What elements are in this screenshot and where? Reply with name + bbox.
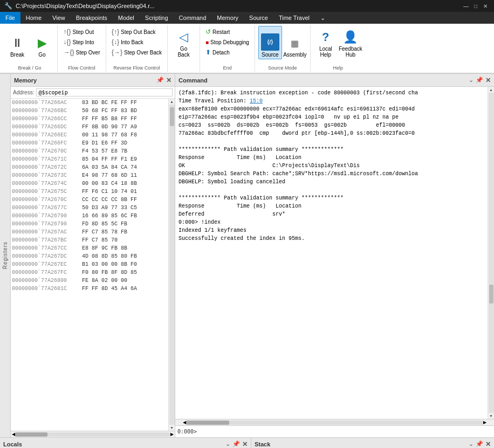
assembly-icon: ▦ (287, 36, 303, 51)
memory-row: 00000000`77A2674C 00 00 83 C4 18 8B (11, 180, 168, 188)
menu-command[interactable]: Command (174, 12, 212, 24)
locals-expand-icon[interactable]: ⌄ (225, 440, 230, 447)
stack-close-button[interactable]: ✕ (485, 440, 491, 448)
memory-close-button[interactable]: ✕ (166, 77, 171, 84)
time-travel-link[interactable]: 15:0 (250, 98, 263, 104)
minimize-button[interactable]: — (462, 2, 470, 10)
menu-source[interactable]: Source (244, 12, 273, 24)
memory-hscroll[interactable]: ◀ ▶ (11, 431, 175, 437)
ribbon: ⏸ Break ▶ Go Break / Go ↑{} Step Out (0, 24, 494, 74)
step-over-button[interactable]: →{} Step Over (61, 47, 102, 57)
memory-hscroll-thumb[interactable] (15, 432, 47, 437)
command-vscroll[interactable]: ▲ ▼ (488, 87, 494, 419)
source-mode-label: Source (262, 52, 279, 58)
locals-close-button[interactable]: ✕ (242, 440, 248, 448)
source-mode-button[interactable]: ⟨/⟩ Source (258, 26, 282, 59)
step-into-back-button[interactable]: {↓} Into Back (109, 37, 164, 47)
menu-model[interactable]: Model (113, 12, 140, 24)
stack-expand-icon[interactable]: ⌄ (469, 440, 474, 448)
step-into-icon: ↓{} (63, 38, 71, 46)
restart-button[interactable]: ↺ Restart (203, 27, 251, 37)
command-scroll-track[interactable] (489, 93, 494, 413)
memory-scroll-down-arrow[interactable]: ▼ (169, 425, 175, 431)
memory-row: 00000000`77A2671C 85 04 FF FF F1 E9 (11, 155, 168, 163)
memory-hscroll-right-arrow[interactable]: ▶ (170, 432, 174, 437)
memory-hscroll-track[interactable] (15, 432, 170, 437)
source-mode-buttons: ⟨/⟩ Source ▦ Assembly (258, 26, 307, 64)
detach-button[interactable]: ⬆ Detach (203, 47, 251, 57)
command-hscroll-thumb[interactable] (186, 421, 229, 425)
stop-debug-label: Stop Debugging (210, 39, 249, 45)
main-layout: Registers Memory 📌 ✕ Address: 00000000`7… (0, 74, 494, 437)
go-button[interactable]: ▶ Go (30, 26, 54, 59)
command-hscroll-track[interactable] (186, 421, 483, 425)
memory-row: 00000000`77A267CC E8 8F 9C FB 8B (11, 244, 168, 252)
command-close-button[interactable]: ✕ (485, 77, 491, 84)
command-scroll-down-arrow[interactable]: ▼ (488, 413, 494, 419)
go-back-button[interactable]: ◁ GoBack (172, 26, 196, 59)
memory-row: 00000000`77A2672C 6A 03 5A 84 CA 74 (11, 163, 168, 171)
command-panel-header: Command ⌄ 📌 ✕ (175, 74, 494, 87)
command-hscroll[interactable]: ◀ ▶ (175, 419, 494, 425)
ribbon-group-break-go: ⏸ Break ▶ Go Break / Go (2, 25, 58, 72)
step-over-icon: →{} (63, 49, 74, 56)
step-into-button[interactable]: ↓{} Step Into (61, 37, 102, 47)
menu-scripting[interactable]: Scripting (140, 12, 174, 24)
command-output[interactable]: (2fa8.1fdc): Break instruction exception… (175, 87, 488, 419)
menu-view[interactable]: View (47, 12, 71, 24)
command-expand-icon[interactable]: ⌄ (469, 77, 474, 84)
step-over-back-button[interactable]: {→} Step Over Back (109, 47, 164, 57)
command-scroll-up-arrow[interactable]: ▲ (488, 87, 494, 93)
step-into-back-icon: {↓} (112, 38, 119, 46)
memory-panel-header: Memory 📌 ✕ (11, 74, 175, 87)
locals-pin-icon[interactable]: 📌 (232, 440, 240, 447)
command-scroll-thumb[interactable] (489, 285, 493, 304)
memory-row: 00000000`77A267DC 4D 08 8D 85 80 FB (11, 252, 168, 260)
memory-pin-icon[interactable]: 📌 (156, 77, 164, 84)
menu-home[interactable]: Home (20, 12, 47, 24)
menu-time-travel[interactable]: Time Travel (273, 12, 315, 24)
menu-memory[interactable]: Memory (211, 12, 244, 24)
step-over-label: Step Over (76, 50, 100, 56)
assembly-mode-button[interactable]: ▦ Assembly (283, 26, 307, 59)
break-go-group-label: Break / Go (18, 65, 41, 71)
menu-file[interactable]: File (0, 12, 20, 24)
memory-row: 00000000`77A2673C E4 98 77 68 6D 11 (11, 171, 168, 180)
local-help-button[interactable]: ? LocalHelp (314, 26, 338, 59)
play-icon: ▶ (35, 36, 50, 51)
command-input[interactable] (199, 429, 492, 435)
go-label: Go (38, 52, 45, 58)
window-controls: — □ ✕ (462, 2, 490, 10)
address-input[interactable] (36, 88, 173, 97)
memory-scroll-thumb[interactable] (170, 107, 174, 126)
close-button[interactable]: ✕ (481, 2, 490, 10)
title-bar: 🔧 C:\Projects\DisplayText\Debug\DisplayG… (0, 0, 494, 12)
stack-pin-icon[interactable]: 📌 (476, 440, 483, 448)
memory-row: 00000000`77A267EC B1 03 00 00 8B F0 (11, 260, 168, 268)
end-group-label: End (223, 65, 231, 71)
feedback-hub-button[interactable]: 👤 FeedbackHub (339, 26, 362, 59)
memory-content[interactable]: 00000000`77A266AC 83 BD BC FE FF FF 0000… (11, 99, 168, 431)
step-out-back-label: Step Out Back (121, 29, 155, 35)
break-button[interactable]: ⏸ Break (5, 26, 29, 59)
memory-row: 00000000`77A266CC FF FF B5 B8 FF FF (11, 115, 168, 123)
memory-scroll-up-arrow[interactable]: ▲ (169, 99, 175, 105)
reverse-buttons: {↑} Step Out Back {↓} Into Back {→} Step… (109, 26, 164, 64)
stop-debug-button[interactable]: ■ Stop Debugging (203, 37, 251, 47)
command-hscroll-right-arrow[interactable]: ▶ (483, 420, 486, 425)
ribbon-group-source-mode: ⟨/⟩ Source ▦ Assembly Source Mode (255, 25, 311, 72)
address-bar: Address: (11, 87, 175, 99)
memory-vscroll[interactable]: ▲ ▼ (168, 99, 175, 431)
locals-panel-title: Locals (3, 441, 22, 447)
step-out-button[interactable]: ↑{} Step Out (61, 27, 102, 37)
maximize-button[interactable]: □ (471, 2, 480, 10)
command-pin-icon[interactable]: 📌 (476, 77, 483, 84)
menu-expand[interactable]: ⌄ (315, 12, 331, 24)
step-out-back-button[interactable]: {↑} Step Out Back (109, 27, 164, 37)
memory-scroll-track[interactable] (169, 105, 175, 425)
memory-row: 00000000`77A266EC 00 11 98 77 68 F8 (11, 131, 168, 139)
memory-row: 00000000`77A266FC E9 D1 E6 FF 3D (11, 139, 168, 147)
app-icon: 🔧 (4, 2, 12, 10)
menu-breakpoints[interactable]: Breakpoints (71, 12, 113, 24)
memory-panel-body: 00000000`77A266AC 83 BD BC FE FF FF 0000… (11, 99, 175, 431)
